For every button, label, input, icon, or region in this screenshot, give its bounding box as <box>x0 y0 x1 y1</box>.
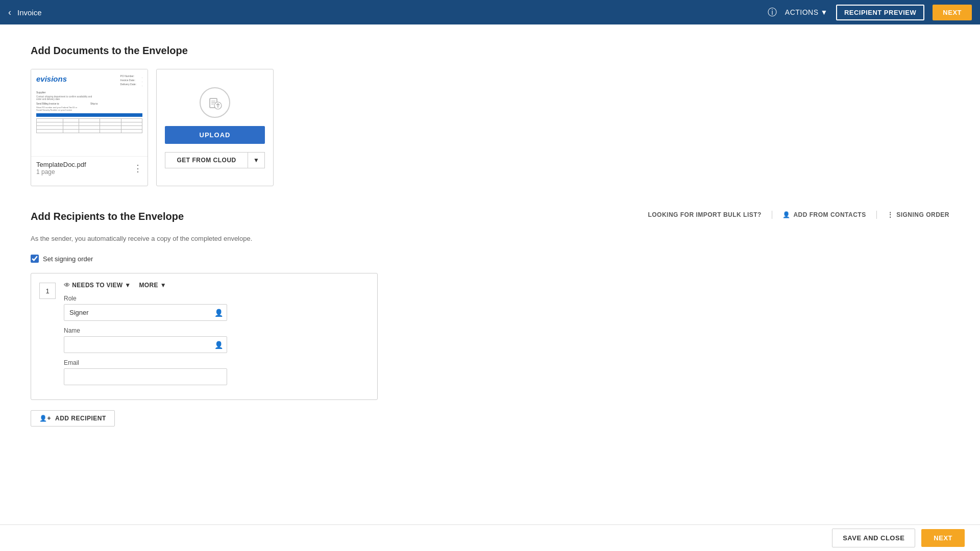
role-input-icon: 👤 <box>214 309 223 317</box>
email-label: Email <box>64 359 369 366</box>
doc-name: TemplateDoc.pdf <box>36 161 86 168</box>
recipients-subtitle: As the sender, you automatically receive… <box>31 235 252 242</box>
documents-section-title: Add Documents to the Envelope <box>31 45 949 57</box>
add-from-contacts-link[interactable]: 👤 ADD FROM CONTACTS <box>782 211 866 218</box>
next-button-bottom[interactable]: NEXT <box>921 529 965 547</box>
upload-icon-circle <box>200 87 230 118</box>
recipient-number: 1 <box>39 283 56 299</box>
chevron-down-icon: ▼ <box>821 8 828 16</box>
top-navigation: ‹ Invoice ⓘ ACTIONS ▼ RECIPIENT PREVIEW … <box>0 0 980 24</box>
get-from-cloud-wrapper: GET FROM CLOUD ▼ <box>165 152 265 168</box>
evisions-logo: evisions <box>36 74 67 87</box>
signing-order-check: Set signing order <box>31 255 949 263</box>
add-recipient-icon: 👤+ <box>39 415 51 422</box>
help-icon[interactable]: ⓘ <box>768 6 777 18</box>
contacts-icon: 👤 <box>782 211 791 218</box>
chevron-down-icon: ▼ <box>125 282 131 289</box>
signing-order-icon: ⋮ <box>887 211 894 218</box>
invoice-preview: evisions PO Number: Invoice Date: Delive… <box>31 69 148 156</box>
doc-pages: 1 page <box>36 168 86 176</box>
topnav-left: ‹ Invoice <box>8 7 42 18</box>
signing-order-checkbox[interactable] <box>31 255 39 263</box>
doc-menu-icon[interactable]: ⋮ <box>133 163 142 174</box>
recipients-header: Add Recipients to the Envelope As the se… <box>31 211 949 251</box>
name-label: Name <box>64 327 369 334</box>
needs-to-view-button[interactable]: 👁 NEEDS TO VIEW ▼ <box>64 282 131 289</box>
next-button-top[interactable]: NEXT <box>933 5 972 20</box>
documents-row: evisions PO Number: Invoice Date: Delive… <box>31 69 949 186</box>
role-field-group: Role 👤 <box>64 295 369 321</box>
email-input[interactable] <box>64 368 227 385</box>
recipients-section-title: Add Recipients to the Envelope <box>31 211 252 222</box>
recipients-header-left: Add Recipients to the Envelope As the se… <box>31 211 252 251</box>
chevron-down-icon: ▼ <box>160 282 166 289</box>
recipients-right-actions: LOOKING FOR IMPORT BULK LIST? 👤 ADD FROM… <box>648 211 949 219</box>
name-input[interactable] <box>64 336 227 353</box>
divider <box>772 211 772 219</box>
topnav-right: ⓘ ACTIONS ▼ RECIPIENT PREVIEW NEXT <box>768 5 972 20</box>
document-card: evisions PO Number: Invoice Date: Delive… <box>31 69 148 186</box>
back-arrow-icon[interactable]: ‹ <box>8 7 11 18</box>
add-recipient-button[interactable]: 👤+ ADD RECIPIENT <box>31 410 115 427</box>
signing-order-link[interactable]: ⋮ SIGNING ORDER <box>887 211 949 218</box>
upload-card: UPLOAD GET FROM CLOUD ▼ <box>156 69 274 186</box>
import-bulk-list-link[interactable]: LOOKING FOR IMPORT BULK LIST? <box>648 211 761 218</box>
role-input-wrapper: 👤 <box>64 304 227 321</box>
recipient-preview-button[interactable]: RECIPIENT PREVIEW <box>836 5 924 20</box>
bottom-bar: SAVE AND CLOSE NEXT <box>0 524 980 551</box>
name-input-icon: 👤 <box>214 341 223 349</box>
actions-button[interactable]: ACTIONS ▼ <box>785 8 828 16</box>
page-title: Invoice <box>17 8 42 17</box>
upload-button[interactable]: UPLOAD <box>165 126 265 144</box>
name-field-group: Name 👤 <box>64 327 369 353</box>
recipient-card: 1 👁 NEEDS TO VIEW ▼ MORE ▼ Role 👤 <box>31 273 378 400</box>
signing-order-label[interactable]: Set signing order <box>43 255 93 263</box>
get-from-cloud-button[interactable]: GET FROM CLOUD <box>165 152 248 168</box>
name-input-wrapper: 👤 <box>64 336 227 353</box>
get-from-cloud-dropdown-icon[interactable]: ▼ <box>248 152 265 168</box>
chevron-down-icon: ▼ <box>253 157 259 164</box>
eye-icon: 👁 <box>64 282 70 289</box>
save-and-close-button[interactable]: SAVE AND CLOSE <box>832 529 915 547</box>
role-label: Role <box>64 295 369 302</box>
divider2 <box>876 211 877 219</box>
more-button[interactable]: MORE ▼ <box>139 282 166 289</box>
doc-info: TemplateDoc.pdf 1 page ⋮ <box>31 157 148 180</box>
main-content: Add Documents to the Envelope evisions P… <box>0 24 980 551</box>
recipient-fields: 👁 NEEDS TO VIEW ▼ MORE ▼ Role 👤 Name <box>64 282 369 391</box>
role-input[interactable] <box>64 304 227 321</box>
doc-preview: evisions PO Number: Invoice Date: Delive… <box>31 69 148 156</box>
email-field-group: Email <box>64 359 369 385</box>
